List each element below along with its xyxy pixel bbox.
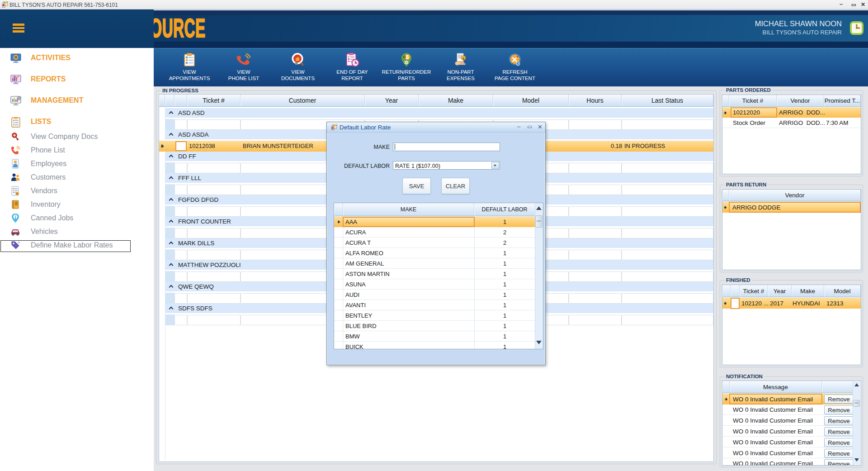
svg-text:$: $ bbox=[406, 54, 409, 60]
svg-text:i: i bbox=[15, 215, 16, 219]
svg-text:$: $ bbox=[462, 57, 465, 61]
svg-text:OURCE: OURCE bbox=[152, 17, 206, 42]
